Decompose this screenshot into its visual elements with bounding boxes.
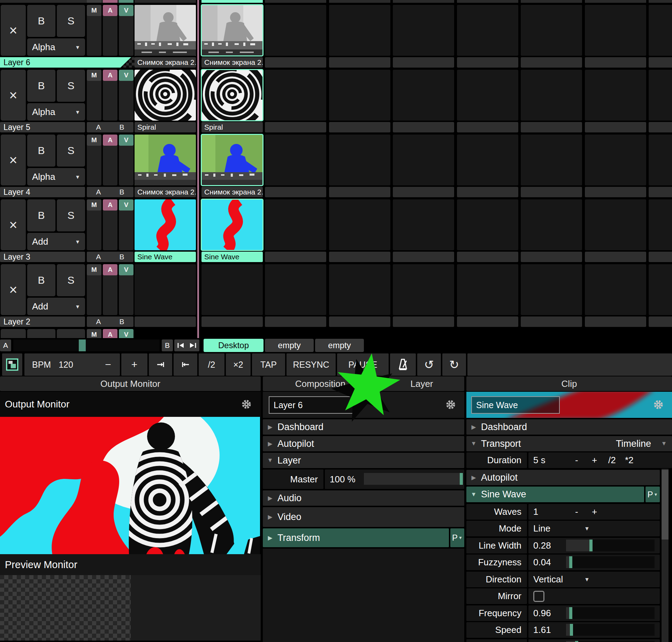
transport-mode-dropdown[interactable]: Timeline xyxy=(616,438,651,449)
clip-slot-empty[interactable] xyxy=(265,135,326,197)
mirror-checkbox[interactable] xyxy=(533,591,544,602)
clip-slot[interactable]: Sine Wave xyxy=(135,199,196,262)
layer-bypass-button[interactable]: B xyxy=(27,329,55,338)
v-toggle-button[interactable]: V xyxy=(119,5,133,16)
assign-b-button[interactable]: B xyxy=(119,123,124,131)
layer-blend-dropdown[interactable]: Alpha▼ xyxy=(27,38,85,56)
clip-slot-empty[interactable] xyxy=(521,264,582,327)
clip-slot-empty[interactable] xyxy=(329,264,390,327)
assign-b-button[interactable]: B xyxy=(119,188,124,196)
layer-bypass-button[interactable]: B xyxy=(27,5,55,37)
bpm-decrease-button[interactable]: − xyxy=(96,353,120,376)
section-autopilot[interactable]: ▶ Autopilot xyxy=(263,436,464,451)
crossfader-b-button[interactable]: B xyxy=(162,339,173,351)
crossfader-track[interactable] xyxy=(13,339,160,351)
clip-slot-empty[interactable] xyxy=(265,70,326,132)
clip-slot-empty[interactable] xyxy=(649,264,672,327)
clip-thumbnail[interactable] xyxy=(135,135,196,185)
resync-button[interactable]: RESYNC xyxy=(287,353,336,376)
bpm-double-button[interactable]: ×2 xyxy=(226,353,251,376)
param-slider[interactable] xyxy=(566,624,655,636)
assign-a-button[interactable]: A xyxy=(96,318,101,326)
param-value[interactable]: 0.28 xyxy=(528,540,551,551)
crossfader-a-button[interactable]: A xyxy=(0,339,11,351)
layer-bypass-button[interactable]: B xyxy=(27,70,55,102)
clip-slot-empty[interactable] xyxy=(393,264,454,327)
layer-name-label[interactable]: Layer 2 xyxy=(0,316,85,327)
m-toggle-button[interactable]: M xyxy=(87,135,101,146)
deck-tab-empty-1[interactable]: empty xyxy=(265,339,314,352)
clip-slot-empty[interactable] xyxy=(329,5,390,68)
clip-slot-empty[interactable] xyxy=(585,264,646,327)
clip-slot-empty[interactable] xyxy=(457,199,518,262)
slider-handle[interactable] xyxy=(569,607,572,619)
effect-param-button[interactable]: P▼ xyxy=(646,487,660,502)
layer-bypass-button[interactable]: B xyxy=(27,199,55,231)
clip-slot[interactable]: Spiral xyxy=(201,70,263,132)
effect-drop-area[interactable]: Drop effect or mask here. xyxy=(263,549,464,642)
clip-thumbnail[interactable] xyxy=(201,70,263,121)
param-slider[interactable] xyxy=(566,607,655,619)
layer-solo-button[interactable]: S xyxy=(57,329,85,338)
clip-slot-empty[interactable] xyxy=(649,70,672,132)
clip-slot-empty[interactable] xyxy=(265,5,326,68)
param-value[interactable]: Vertical xyxy=(528,574,563,585)
v-toggle-button[interactable]: V xyxy=(119,329,133,338)
selected-layer-name[interactable]: Layer 6 xyxy=(0,57,135,68)
gear-icon[interactable] xyxy=(241,399,252,410)
clip-name-input[interactable]: Sine Wave xyxy=(471,396,560,414)
param-slider[interactable] xyxy=(566,556,655,568)
clip-slot[interactable] xyxy=(135,264,196,327)
clip-slot[interactable]: Sine Wave xyxy=(201,199,263,262)
gear-icon[interactable] xyxy=(653,399,664,410)
clip-slot[interactable]: Снимок экрана 2… xyxy=(135,5,196,68)
crossfader-handle[interactable] xyxy=(79,339,86,351)
transform-param-button[interactable]: P▼ xyxy=(450,528,464,547)
clip-slot[interactable]: Снимок экрана 2… xyxy=(201,135,263,197)
layer-solo-button[interactable]: S xyxy=(57,135,85,167)
layer-clear-button[interactable]: × xyxy=(1,199,26,250)
a-toggle-button[interactable]: A xyxy=(103,70,117,81)
section-audio[interactable]: ▶ Audio xyxy=(263,490,464,506)
slider-handle[interactable] xyxy=(569,556,572,568)
param-decrease-button[interactable]: - xyxy=(575,506,578,517)
a-toggle-button[interactable]: A xyxy=(103,329,117,338)
duration-decrease-button[interactable]: - xyxy=(575,455,578,466)
duration-half-button[interactable]: /2 xyxy=(608,455,616,466)
redo-button[interactable]: ↻ xyxy=(442,353,466,376)
layer-blend-dropdown[interactable]: Alpha▼ xyxy=(27,103,85,121)
section-transport[interactable]: ▼ Transport Timeline ▼ xyxy=(466,436,672,451)
metronome-button[interactable] xyxy=(390,353,416,376)
clip-slot[interactable]: Spiral xyxy=(135,70,196,132)
clip-slot-empty[interactable] xyxy=(585,5,646,68)
layer-name-label[interactable]: Layer 5 xyxy=(0,122,85,132)
layer-name-input[interactable]: Layer 6 xyxy=(269,396,356,414)
clip-slot-empty[interactable] xyxy=(265,264,326,327)
clip-slot-empty[interactable] xyxy=(521,5,582,68)
a-toggle-button[interactable]: A xyxy=(103,5,117,16)
param-value[interactable]: 0.04 xyxy=(528,557,551,568)
clip-slot-empty[interactable] xyxy=(521,135,582,197)
clip-thumbnail[interactable] xyxy=(135,5,196,56)
bpm-increase-button[interactable]: + xyxy=(121,353,147,376)
layer-clear-button[interactable]: × xyxy=(1,329,26,338)
master-slider[interactable] xyxy=(364,473,463,485)
clip-slot-empty[interactable] xyxy=(521,199,582,262)
tab-composition[interactable]: Composition xyxy=(263,376,378,391)
beat-nudge-back-button[interactable] xyxy=(149,353,172,376)
v-toggle-button[interactable]: V xyxy=(119,199,133,211)
v-toggle-button[interactable]: V xyxy=(119,264,133,275)
param-value[interactable]: 0.96 xyxy=(528,608,551,619)
bpm-display[interactable]: BPM 120 xyxy=(24,353,102,376)
param-increase-button[interactable]: + xyxy=(592,506,597,517)
m-toggle-button[interactable]: M xyxy=(87,70,101,81)
section-layer[interactable]: ▼ Layer xyxy=(263,453,464,468)
clip-slot-empty[interactable] xyxy=(585,199,646,262)
clip-slot-empty[interactable] xyxy=(329,135,390,197)
param-value[interactable]: 1 xyxy=(528,506,538,517)
clip-slot-empty[interactable] xyxy=(393,70,454,132)
clip-panel-tab[interactable]: Clip xyxy=(466,376,672,391)
section-video[interactable]: ▶ Video xyxy=(263,507,464,527)
gear-icon[interactable] xyxy=(445,399,456,410)
deck-tab-empty-2[interactable]: empty xyxy=(315,339,364,352)
